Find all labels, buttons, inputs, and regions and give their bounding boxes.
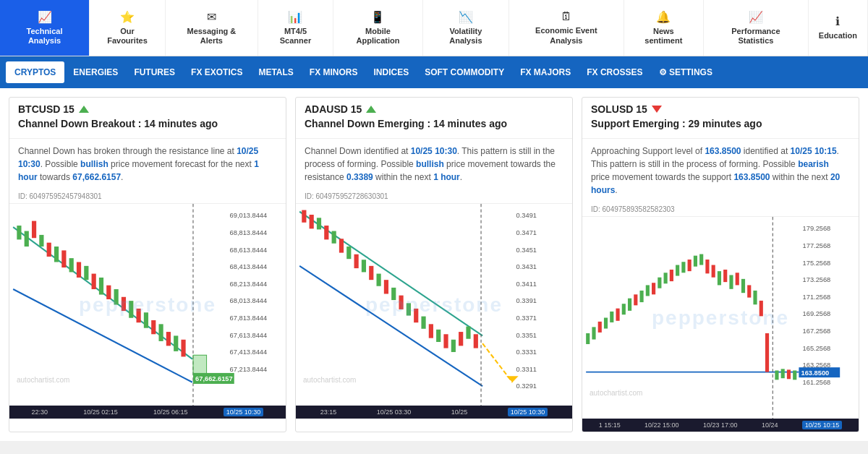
cat-energies[interactable]: ENERGIES (66, 63, 125, 82)
svg-rect-106 (664, 273, 668, 283)
solusd-time-labels: 1 15:15 10/22 15:00 10/23 17:00 10/24 10… (582, 419, 859, 432)
svg-rect-31 (151, 320, 156, 334)
economic-event-icon: 🗓 (561, 10, 572, 23)
svg-text:68,813.8444: 68,813.8444 (230, 228, 268, 236)
svg-text:68,413.8444: 68,413.8444 (230, 262, 268, 270)
mt45-icon: 📊 (288, 10, 302, 24)
svg-rect-23 (92, 274, 96, 289)
card-adausd-header: ADAUSD 15 Channel Down Emerging : 14 min… (296, 98, 572, 139)
cat-cryptos[interactable]: CRYPTOS (6, 61, 64, 83)
nav-news-sentiment[interactable]: 🔔 News sentiment (624, 0, 704, 56)
cat-fx-minors[interactable]: FX MINORS (302, 63, 365, 82)
svg-rect-119 (741, 279, 745, 293)
svg-rect-94 (592, 327, 595, 339)
nav-economic-event-analysis[interactable]: 🗓 Economic Event Analysis (509, 0, 624, 56)
svg-text:0.3291: 0.3291 (516, 382, 537, 390)
svg-rect-95 (598, 322, 602, 333)
svg-rect-117 (729, 275, 733, 288)
card-btcusd-pattern: Channel Down Breakout : 14 minutes ago (18, 118, 277, 129)
svg-rect-120 (747, 285, 751, 297)
news-icon: 🔔 (656, 10, 671, 24)
mobile-icon: 📱 (370, 10, 385, 24)
svg-rect-101 (634, 294, 637, 305)
card-solusd-id: ID: 604975893582582303 (582, 202, 859, 216)
technical-analysis-icon: 📈 (38, 10, 52, 24)
svg-rect-110 (688, 260, 692, 271)
svg-rect-60 (354, 254, 359, 268)
svg-text:0.3351: 0.3351 (516, 330, 537, 338)
svg-rect-116 (723, 270, 727, 282)
cat-fx-crosses[interactable]: FX CROSSES (579, 63, 650, 82)
svg-text:177.2568: 177.2568 (803, 241, 831, 249)
adausd-time-labels: 23:15 10/25 03:30 10/25 10/25 10:30 (296, 406, 572, 419)
nav-our-favourites[interactable]: ⭐ Our Favourites (90, 0, 166, 56)
svg-text:0.3451: 0.3451 (516, 245, 537, 253)
cat-futures[interactable]: FUTURES (127, 63, 182, 82)
svg-rect-108 (676, 265, 679, 276)
svg-rect-63 (377, 274, 381, 286)
svg-rect-123 (765, 333, 769, 372)
svg-text:69,013.8444: 69,013.8444 (230, 211, 268, 219)
nav-volatility-analysis[interactable]: 📉 Volatility Analysis (423, 0, 509, 56)
svg-text:68,013.8444: 68,013.8444 (230, 296, 268, 304)
svg-text:167.2568: 167.2568 (803, 327, 831, 335)
card-adausd-description: Channel Down identified at 10/25 10:30. … (296, 139, 572, 189)
svg-rect-68 (414, 309, 418, 322)
svg-rect-102 (639, 291, 643, 302)
svg-rect-15 (32, 221, 36, 239)
svg-rect-118 (736, 273, 739, 285)
svg-rect-74 (459, 332, 463, 346)
svg-text:0.3391: 0.3391 (516, 296, 537, 304)
svg-text:169.2568: 169.2568 (803, 309, 831, 317)
nav-mobile-application[interactable]: 📱 Mobile Application (333, 0, 423, 56)
svg-rect-75 (466, 327, 470, 339)
nav-mt45-scanner[interactable]: 📊 MT4/5 Scanner (258, 0, 333, 56)
svg-rect-18 (54, 247, 59, 262)
svg-rect-54 (310, 215, 314, 228)
card-solusd-title: SOLUSD 15 (591, 103, 850, 115)
svg-rect-22 (84, 266, 88, 280)
cat-fx-exotics[interactable]: FX EXOTICS (184, 63, 250, 82)
cat-settings[interactable]: ⚙ SETTINGS (652, 63, 720, 82)
svg-rect-62 (369, 266, 373, 280)
svg-rect-105 (658, 278, 661, 288)
adausd-autochartist: autochartist.com (303, 376, 356, 384)
svg-rect-16 (39, 235, 43, 247)
svg-rect-57 (332, 231, 336, 244)
svg-rect-98 (616, 309, 619, 321)
cat-indices[interactable]: INDICES (367, 63, 417, 82)
svg-text:0.3411: 0.3411 (516, 280, 537, 288)
cat-fx-majors[interactable]: FX MAJORS (513, 63, 578, 82)
svg-text:0.3471: 0.3471 (516, 228, 537, 236)
svg-text:67,613.8444: 67,613.8444 (230, 330, 268, 338)
svg-rect-55 (317, 218, 321, 229)
card-adausd: ADAUSD 15 Channel Down Emerging : 14 min… (295, 97, 573, 432)
svg-rect-64 (384, 280, 388, 294)
svg-rect-124 (775, 370, 778, 380)
cat-soft-commodity[interactable]: SOFT COMMODITY (417, 63, 511, 82)
svg-text:0.3311: 0.3311 (516, 365, 537, 373)
cat-metals[interactable]: METALS (251, 63, 300, 82)
nav-messaging-alerts[interactable]: ✉ Messaging & Alerts (166, 0, 258, 56)
svg-text:175.2568: 175.2568 (803, 258, 831, 266)
svg-rect-122 (760, 301, 763, 316)
favourites-icon: ⭐ (120, 10, 135, 24)
svg-text:67,213.8444: 67,213.8444 (230, 365, 268, 373)
svg-rect-109 (681, 262, 685, 273)
svg-text:171.2568: 171.2568 (803, 293, 831, 301)
nav-performance-statistics[interactable]: 📈 Performance Statistics (704, 0, 809, 56)
solusd-direction-icon (652, 106, 662, 113)
svg-text:163.8500: 163.8500 (801, 369, 830, 377)
svg-rect-61 (362, 260, 366, 272)
svg-rect-13 (17, 226, 21, 239)
card-adausd-id: ID: 604975952728630301 (296, 189, 572, 203)
svg-rect-113 (705, 260, 709, 273)
nav-technical-analysis[interactable]: 📈 Technical Analysis (0, 0, 90, 56)
svg-text:179.2568: 179.2568 (803, 224, 831, 232)
solusd-symbol: SOLUSD 15 (591, 103, 647, 115)
nav-education[interactable]: ℹ Education (809, 0, 868, 56)
svg-text:67,413.8444: 67,413.8444 (230, 348, 268, 356)
card-btcusd-description: Channel Down has broken through the resi… (9, 139, 286, 189)
svg-rect-72 (443, 334, 448, 348)
svg-rect-53 (302, 210, 306, 223)
